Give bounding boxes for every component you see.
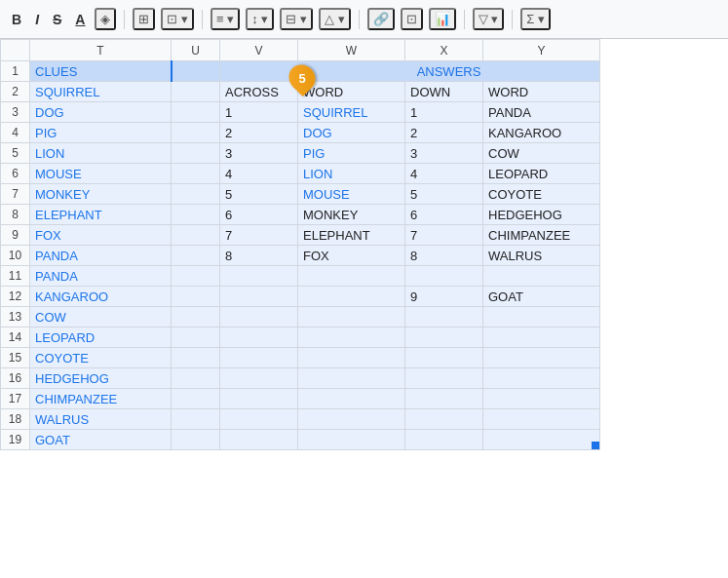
col-header-Y[interactable]: Y bbox=[483, 40, 600, 61]
cell[interactable] bbox=[172, 368, 220, 389]
cell[interactable] bbox=[172, 307, 220, 328]
cell[interactable]: CHIMPANZEE bbox=[30, 389, 172, 409]
cell[interactable]: LEOPARD bbox=[483, 164, 600, 184]
cell[interactable] bbox=[172, 287, 220, 307]
cell[interactable]: ELEPHANT bbox=[30, 205, 172, 225]
merge-button[interactable]: ⊡ ▾ bbox=[161, 8, 194, 30]
cell[interactable]: LION bbox=[298, 164, 405, 184]
cell[interactable] bbox=[172, 143, 220, 164]
cell[interactable] bbox=[298, 368, 405, 389]
cell[interactable]: ANSWERS bbox=[298, 61, 600, 82]
cell[interactable] bbox=[220, 328, 298, 348]
cell[interactable]: DOG bbox=[298, 123, 405, 143]
cell[interactable] bbox=[405, 266, 483, 287]
col-header-T[interactable]: T bbox=[30, 40, 172, 61]
cell[interactable]: 5 bbox=[220, 184, 298, 205]
cell[interactable]: PIG bbox=[298, 143, 405, 164]
cell[interactable]: COYOTE bbox=[483, 184, 600, 205]
cell[interactable] bbox=[220, 430, 298, 450]
cell[interactable]: FOX bbox=[30, 225, 172, 246]
cell[interactable] bbox=[172, 225, 220, 246]
cell[interactable]: 9 bbox=[405, 287, 483, 307]
cell[interactable]: HEDGEHOG bbox=[483, 205, 600, 225]
cell[interactable]: SQUIRREL bbox=[30, 82, 172, 102]
align-button[interactable]: ≡ ▾ bbox=[211, 8, 240, 30]
cell[interactable] bbox=[172, 348, 220, 368]
cell[interactable]: PANDA bbox=[30, 246, 172, 266]
cell[interactable] bbox=[298, 287, 405, 307]
cell[interactable]: 2 bbox=[220, 123, 298, 143]
cell[interactable]: COW bbox=[30, 307, 172, 328]
cell[interactable] bbox=[172, 102, 220, 123]
cell[interactable]: CHIMPANZEE bbox=[483, 225, 600, 246]
cell[interactable]: 6 bbox=[220, 205, 298, 225]
strikethrough-button[interactable]: S bbox=[49, 10, 65, 29]
cell[interactable]: 7 bbox=[405, 225, 483, 246]
cell[interactable]: LION bbox=[30, 143, 172, 164]
cell[interactable] bbox=[298, 328, 405, 348]
cell[interactable]: KANGAROO bbox=[483, 123, 600, 143]
cell[interactable] bbox=[298, 307, 405, 328]
cell[interactable]: FOX bbox=[298, 246, 405, 266]
cell[interactable] bbox=[483, 368, 600, 389]
cell[interactable]: 7 bbox=[220, 225, 298, 246]
cell[interactable] bbox=[172, 266, 220, 287]
cell[interactable] bbox=[172, 409, 220, 430]
cell[interactable] bbox=[405, 348, 483, 368]
cell[interactable] bbox=[483, 266, 600, 287]
cell[interactable]: 3 bbox=[405, 143, 483, 164]
cell[interactable]: DOWN bbox=[405, 82, 483, 102]
cell[interactable]: 1 bbox=[220, 102, 298, 123]
cell[interactable] bbox=[172, 123, 220, 143]
cell[interactable]: COYOTE bbox=[30, 348, 172, 368]
cell[interactable]: PANDA bbox=[30, 266, 172, 287]
cell[interactable]: CLUES bbox=[30, 61, 172, 82]
cell[interactable] bbox=[220, 348, 298, 368]
cell[interactable]: SQUIRREL bbox=[298, 102, 405, 123]
chart-button[interactable]: 📊 bbox=[429, 8, 456, 30]
cell[interactable]: ACROSS5 bbox=[220, 82, 298, 102]
cell[interactable]: 1 bbox=[405, 102, 483, 123]
col-header-W[interactable]: W bbox=[298, 40, 405, 61]
cell[interactable] bbox=[483, 328, 600, 348]
cell[interactable]: WORD bbox=[483, 82, 600, 102]
cell[interactable] bbox=[172, 246, 220, 266]
cell[interactable]: MONKEY bbox=[298, 205, 405, 225]
cell[interactable] bbox=[220, 389, 298, 409]
col-header-V[interactable]: V bbox=[220, 40, 298, 61]
cell[interactable] bbox=[405, 389, 483, 409]
cell[interactable]: 8 bbox=[220, 246, 298, 266]
cell[interactable] bbox=[405, 368, 483, 389]
wrap-button[interactable]: ⊟ ▾ bbox=[280, 8, 313, 30]
cell[interactable] bbox=[483, 430, 600, 450]
cell[interactable] bbox=[298, 389, 405, 409]
cell[interactable] bbox=[172, 164, 220, 184]
cell[interactable]: PIG bbox=[30, 123, 172, 143]
cell[interactable]: 5 bbox=[405, 184, 483, 205]
cell[interactable] bbox=[483, 389, 600, 409]
cell[interactable] bbox=[298, 409, 405, 430]
cell[interactable] bbox=[220, 61, 298, 82]
cell[interactable]: KANGAROO bbox=[30, 287, 172, 307]
cell[interactable]: DOG bbox=[30, 102, 172, 123]
cell[interactable]: LEOPARD bbox=[30, 328, 172, 348]
cell[interactable] bbox=[220, 368, 298, 389]
cell[interactable] bbox=[172, 328, 220, 348]
col-header-U[interactable]: U bbox=[172, 40, 220, 61]
cell[interactable]: WALRUS bbox=[30, 409, 172, 430]
rotate-button[interactable]: △ ▾ bbox=[319, 8, 351, 30]
filter-button[interactable]: ▽ ▾ bbox=[473, 8, 505, 30]
cell[interactable]: 6 bbox=[405, 205, 483, 225]
cell[interactable] bbox=[172, 82, 220, 102]
cell[interactable] bbox=[172, 184, 220, 205]
col-header-X[interactable]: X bbox=[405, 40, 483, 61]
fill-color-button[interactable]: ◈ bbox=[95, 8, 116, 30]
cell[interactable] bbox=[405, 409, 483, 430]
cell[interactable] bbox=[483, 348, 600, 368]
cell[interactable] bbox=[483, 307, 600, 328]
cell[interactable] bbox=[172, 430, 220, 450]
cell[interactable] bbox=[298, 430, 405, 450]
cell[interactable]: HEDGEHOG bbox=[30, 368, 172, 389]
cell[interactable] bbox=[483, 409, 600, 430]
cell[interactable]: GOAT bbox=[483, 287, 600, 307]
